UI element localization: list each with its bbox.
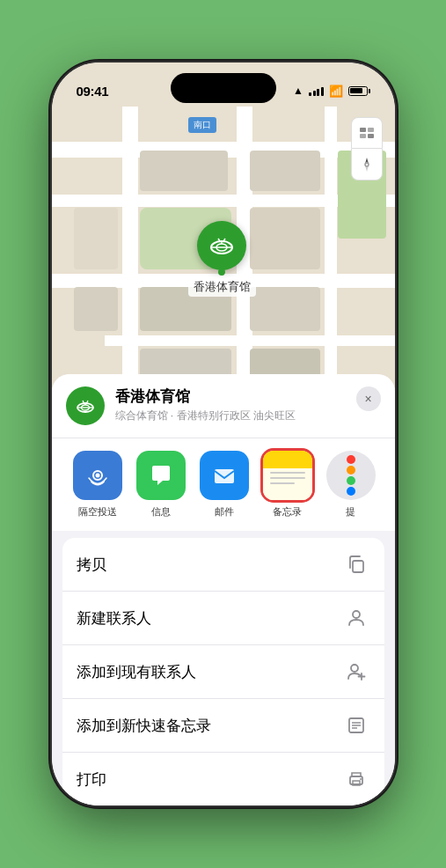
close-button[interactable]: ×: [356, 386, 381, 411]
svg-rect-14: [353, 561, 363, 572]
venue-subtitle: 综合体育馆 · 香港特别行政区 油尖旺区: [115, 408, 296, 423]
action-new-contact-label: 新建联系人: [77, 608, 151, 629]
action-quick-note-label: 添加到新快速备忘录: [77, 716, 211, 736]
action-new-contact[interactable]: 新建联系人: [62, 592, 384, 645]
venue-text: 香港体育馆 综合体育馆 · 香港特别行政区 油尖旺区: [115, 386, 296, 423]
action-add-contact-label: 添加到现有联系人: [77, 662, 196, 682]
person-add-icon: [342, 658, 370, 686]
more-label: 提: [346, 505, 355, 519]
map-type-button[interactable]: [351, 117, 383, 149]
svg-point-16: [351, 665, 358, 672]
action-print[interactable]: 打印: [62, 753, 384, 805]
venue-card: 香港体育馆 综合体育馆 · 香港特别行政区 油尖旺区 ×: [52, 374, 395, 438]
notes-label: 备忘录: [273, 505, 302, 519]
location-icon: ▲: [293, 85, 303, 97]
map-controls[interactable]: [351, 117, 383, 180]
action-print-label: 打印: [77, 769, 106, 790]
action-copy[interactable]: 拷贝: [62, 538, 384, 592]
mail-label: 邮件: [215, 505, 234, 519]
status-icons: ▲ 📶: [293, 85, 369, 98]
dynamic-island: [171, 73, 276, 103]
person-icon: [342, 604, 370, 632]
share-item-notes[interactable]: 备忘录: [256, 451, 319, 519]
action-add-contact[interactable]: 添加到现有联系人: [62, 645, 384, 699]
share-item-airdrop[interactable]: 隔空投送: [66, 451, 129, 519]
map-label-south: 南口: [188, 117, 216, 133]
message-label: 信息: [151, 505, 171, 519]
message-icon: [136, 451, 186, 500]
action-list: 拷贝 新建联系人: [62, 538, 384, 805]
svg-point-12: [95, 474, 99, 478]
mail-icon: [200, 451, 249, 500]
action-copy-label: 拷贝: [77, 555, 106, 575]
svg-rect-2: [360, 134, 366, 138]
svg-rect-1: [368, 128, 374, 132]
svg-rect-3: [368, 134, 374, 138]
svg-rect-24: [353, 781, 360, 785]
signal-bars: [309, 85, 324, 96]
svg-point-25: [360, 778, 362, 780]
more-icon: [326, 451, 376, 500]
pin-circle: [197, 221, 246, 270]
print-icon: [342, 765, 370, 793]
bottom-sheet: 香港体育馆 综合体育馆 · 香港特别行政区 油尖旺区 ×: [52, 374, 395, 805]
airdrop-label: 隔空投送: [78, 505, 117, 519]
share-row: 隔空投送 信息: [52, 438, 395, 531]
note-icon: [342, 711, 370, 739]
action-quick-note[interactable]: 添加到新快速备忘录: [62, 699, 384, 753]
venue-icon: [66, 386, 105, 425]
venue-info: 香港体育馆 综合体育馆 · 香港特别行政区 油尖旺区: [66, 386, 296, 425]
pin-label: 香港体育馆: [188, 277, 256, 297]
copy-icon: [342, 550, 370, 578]
svg-rect-13: [215, 469, 234, 483]
airdrop-icon: [73, 451, 122, 500]
svg-point-15: [353, 611, 360, 618]
notes-icon: [263, 451, 312, 500]
notes-icon-wrapper: [263, 451, 312, 500]
stadium-pin[interactable]: 香港体育馆: [188, 221, 256, 297]
wifi-icon: 📶: [329, 85, 343, 98]
stadium-icon: [208, 232, 236, 260]
location-button[interactable]: [351, 149, 383, 180]
svg-rect-0: [360, 128, 366, 132]
share-item-message[interactable]: 信息: [129, 451, 193, 519]
compass-icon: [359, 157, 375, 173]
share-item-mail[interactable]: 邮件: [193, 451, 256, 519]
share-item-more[interactable]: 提: [319, 451, 383, 519]
svg-point-4: [365, 163, 369, 166]
map-type-icon: [358, 124, 376, 142]
venue-name: 香港体育馆: [115, 386, 296, 407]
battery-icon: [348, 86, 370, 96]
status-time: 09:41: [77, 84, 109, 99]
